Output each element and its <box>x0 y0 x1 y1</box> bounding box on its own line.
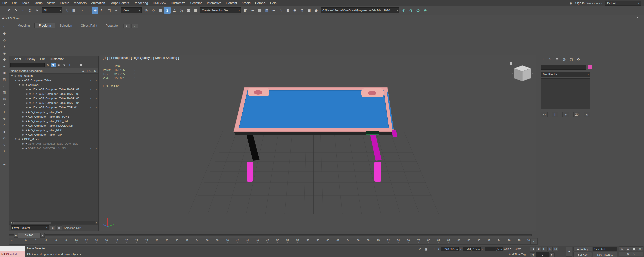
utilities-tab-icon[interactable]: ⚙ <box>575 56 581 62</box>
row-cell-render[interactable]: · <box>94 83 98 87</box>
next-frame-button[interactable]: |▶ <box>547 247 553 251</box>
object-color-swatch[interactable] <box>588 65 592 69</box>
display-shapes-icon[interactable]: ◇ <box>2 37 7 43</box>
maxscript-mini-listener[interactable]: MAXScript Mi <box>0 251 25 257</box>
explorer-type-dropdown[interactable]: Layer Explorer ▾ <box>11 225 49 230</box>
menu-item-interactive[interactable]: Interactive <box>205 0 224 6</box>
scrollbar-track[interactable] <box>13 221 95 224</box>
set-key-button[interactable]: Set Key <box>573 252 592 257</box>
tree-row[interactable]: ▼◉●Collision·· <box>9 83 98 87</box>
display-helpers-icon[interactable]: ✚ <box>2 57 7 62</box>
row-cell-frozen[interactable]: · <box>88 74 93 78</box>
tree-row[interactable]: ◉●A05_Computer_Table_TOP·· <box>9 132 98 137</box>
toolbar-extra-icon-4[interactable]: ◓ <box>422 7 428 14</box>
menu-item-edit[interactable]: Edit <box>10 0 20 6</box>
coord-x-field[interactable] <box>441 247 459 251</box>
frame-tick[interactable]: 44 <box>246 239 249 243</box>
previous-key-icon[interactable]: ◀ <box>530 252 535 257</box>
ribbon-tab-populate[interactable]: Populate <box>102 23 122 28</box>
toggle-scene-explorer-icon[interactable]: ▤ <box>256 7 263 14</box>
object-name-field[interactable] <box>541 65 586 70</box>
row-cell-render[interactable]: · <box>94 87 98 92</box>
menu-item-corona[interactable]: Corona <box>253 0 268 6</box>
frame-tick[interactable]: 72 <box>387 239 390 243</box>
maximize-viewport-toggle-icon[interactable]: ◱ <box>637 252 643 256</box>
pan-icon[interactable]: ✛ <box>619 252 625 256</box>
render-setup-icon[interactable]: ⚙ <box>299 7 305 14</box>
sign-in-button[interactable]: Sign In <box>575 1 584 5</box>
go-to-start-button[interactable]: |◀ <box>530 247 535 251</box>
tree-row[interactable]: ◉●UBX_A05_Computer_Table_BASE_01·· <box>9 87 98 92</box>
toolbar-extra-icon-3[interactable]: ◒ <box>415 7 421 14</box>
frame-tick[interactable]: 2 <box>35 239 37 243</box>
redo-icon[interactable]: ↷ <box>13 7 19 14</box>
row-cell-render[interactable]: · <box>94 137 98 141</box>
scroll-right-icon[interactable]: ▶ <box>95 221 98 224</box>
menu-item-customize[interactable]: Customize <box>168 0 188 6</box>
bind-to-space-warp-icon[interactable]: ≋ <box>34 7 40 14</box>
tree-row[interactable]: ◉●UBX_A05_Computer_Table_TOP_01·· <box>9 105 98 110</box>
frame-tick[interactable]: 28 <box>165 239 168 243</box>
toolbar-extra-icon-1[interactable]: ◐ <box>401 7 407 14</box>
frame-tick[interactable]: 90 <box>477 239 480 243</box>
frame-ruler[interactable]: 0246810121416182022242628303234363840424… <box>26 238 529 244</box>
visibility-icon[interactable]: ◉ <box>14 75 17 77</box>
frame-tick[interactable]: 10 <box>75 239 78 243</box>
row-cell-frozen[interactable]: · <box>88 92 93 96</box>
track-bar[interactable]: ⁝⁝ 0246810121416182022242628303234363840… <box>9 238 538 245</box>
walkthrough-icon[interactable]: ≈ <box>631 252 637 256</box>
frame-tick[interactable]: 16 <box>105 239 108 243</box>
visibility-icon[interactable]: ◉ <box>25 88 28 91</box>
viewcube[interactable] <box>509 61 534 81</box>
row-cell-render[interactable]: · <box>94 92 98 96</box>
visibility-icon[interactable]: ◉ <box>25 102 28 104</box>
align-icon[interactable]: ≡ <box>249 7 256 14</box>
expander-icon[interactable]: ▼ <box>18 84 21 86</box>
motion-tab-icon[interactable]: ◎ <box>561 56 567 62</box>
frame-tick[interactable]: 34 <box>196 239 198 243</box>
row-cell-frozen[interactable]: · <box>88 87 93 92</box>
previous-frame-button[interactable]: ◀| <box>536 247 541 251</box>
frame-tick[interactable]: 14 <box>95 239 98 243</box>
time-slider-track[interactable] <box>9 234 532 236</box>
make-unique-icon[interactable]: ✳ <box>562 112 569 117</box>
isolate-selection-toggle-icon[interactable]: ⊙ <box>418 247 422 251</box>
search-clear-icon[interactable]: ✕ <box>45 63 50 67</box>
frame-tick[interactable]: 80 <box>427 239 430 243</box>
set-keys-button[interactable]: ✦ <box>566 247 572 257</box>
row-cell-frozen[interactable]: · <box>88 78 93 83</box>
menu-item-create[interactable]: Create <box>58 0 72 6</box>
row-cell-render[interactable]: · <box>94 123 98 128</box>
ribbon-tab-object-paint[interactable]: Object Paint <box>77 23 101 28</box>
expander-icon[interactable]: ▼ <box>14 138 17 140</box>
menu-item-graph-editors[interactable]: Graph Editors <box>107 0 131 6</box>
trackbar-grip-icon[interactable]: ⁝⁝ <box>11 240 13 243</box>
scrollbar-thumb[interactable] <box>13 222 51 224</box>
modifier-list-dropdown[interactable]: Modifier List ▾ <box>541 72 590 77</box>
use-pivot-point-center-icon[interactable]: ◎ <box>143 7 149 14</box>
visibility-icon[interactable]: ◉ <box>17 138 21 140</box>
current-frame-field[interactable] <box>536 252 549 257</box>
row-cell-frozen[interactable]: · <box>88 137 93 141</box>
explorer-menu-customize[interactable]: Customize <box>47 57 66 61</box>
rectangular-selection-region-icon[interactable]: ▭ <box>78 7 84 14</box>
frame-tick[interactable]: 22 <box>135 239 138 243</box>
tree-row[interactable]: ◉●UBX_A05_Computer_Table_BASE_03·· <box>9 96 98 101</box>
ribbon-doc-icon[interactable]: ◉ <box>123 24 130 28</box>
zoom-all-icon[interactable]: ⊞ <box>625 246 631 251</box>
row-cell-render[interactable]: · <box>94 105 98 110</box>
menu-item-animation[interactable]: Animation <box>89 0 107 6</box>
window-crossing-icon[interactable]: ◻ <box>85 7 91 14</box>
column-frozen-header[interactable]: Fr... <box>86 68 93 73</box>
tree-row[interactable]: ▼◉●A05_Computer_Table·· <box>9 78 98 83</box>
material-editor-icon[interactable]: ◉ <box>292 7 298 14</box>
visibility-icon[interactable]: ◉ <box>25 97 28 100</box>
pin-explorer-icon[interactable]: ⊙ <box>2 135 7 141</box>
selection-filter-dropdown[interactable]: All▾ <box>42 7 62 13</box>
toggle-ribbon-icon[interactable]: ▬ <box>271 7 277 14</box>
viewport-canvas[interactable] <box>100 55 536 231</box>
select-and-place-icon[interactable]: ⌖ <box>113 7 120 14</box>
undo-icon[interactable]: ↶ <box>6 7 12 14</box>
frame-tick[interactable]: 48 <box>266 239 269 243</box>
frame-tick[interactable]: 40 <box>226 239 229 243</box>
